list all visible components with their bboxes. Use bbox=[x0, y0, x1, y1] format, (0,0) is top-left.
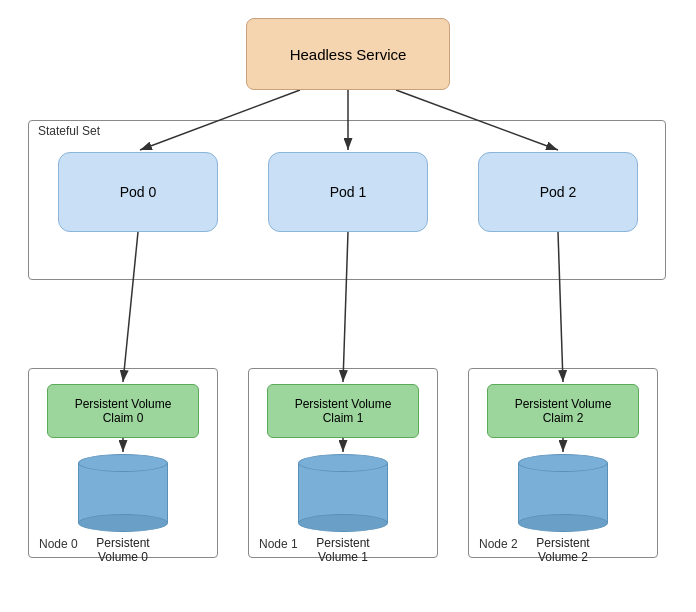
headless-service-label: Headless Service bbox=[290, 46, 407, 63]
pv-1-container: PersistentVolume 1 bbox=[267, 454, 419, 564]
pv-0-container: PersistentVolume 0 bbox=[47, 454, 199, 564]
pod-2-box: Pod 2 bbox=[478, 152, 638, 232]
pv-0-label: PersistentVolume 0 bbox=[96, 536, 149, 564]
pvc-0-label: Persistent VolumeClaim 0 bbox=[75, 397, 172, 425]
pv-1-label: PersistentVolume 1 bbox=[316, 536, 369, 564]
pv-0-cylinder-top bbox=[78, 454, 168, 472]
pod-0-label: Pod 0 bbox=[120, 184, 157, 200]
pod-0-box: Pod 0 bbox=[58, 152, 218, 232]
pv-2-cylinder-top bbox=[518, 454, 608, 472]
pv-2-cylinder bbox=[518, 454, 608, 532]
pvc-2-label: Persistent VolumeClaim 2 bbox=[515, 397, 612, 425]
pv-2-label: PersistentVolume 2 bbox=[536, 536, 589, 564]
pv-0-cylinder-bottom bbox=[78, 514, 168, 532]
pvc-0-box: Persistent VolumeClaim 0 bbox=[47, 384, 199, 438]
pv-1-cylinder bbox=[298, 454, 388, 532]
pv-2-container: PersistentVolume 2 bbox=[487, 454, 639, 564]
headless-service-box: Headless Service bbox=[246, 18, 450, 90]
pod-1-label: Pod 1 bbox=[330, 184, 367, 200]
pv-2-cylinder-bottom bbox=[518, 514, 608, 532]
diagram: Headless Service Stateful Set Pod 0 Pod … bbox=[0, 0, 696, 612]
pv-1-cylinder-bottom bbox=[298, 514, 388, 532]
pv-0-cylinder bbox=[78, 454, 168, 532]
pvc-1-box: Persistent VolumeClaim 1 bbox=[267, 384, 419, 438]
pvc-2-box: Persistent VolumeClaim 2 bbox=[487, 384, 639, 438]
pvc-1-label: Persistent VolumeClaim 1 bbox=[295, 397, 392, 425]
pod-1-box: Pod 1 bbox=[268, 152, 428, 232]
stateful-set-label: Stateful Set bbox=[38, 124, 100, 138]
pv-1-cylinder-top bbox=[298, 454, 388, 472]
pod-2-label: Pod 2 bbox=[540, 184, 577, 200]
